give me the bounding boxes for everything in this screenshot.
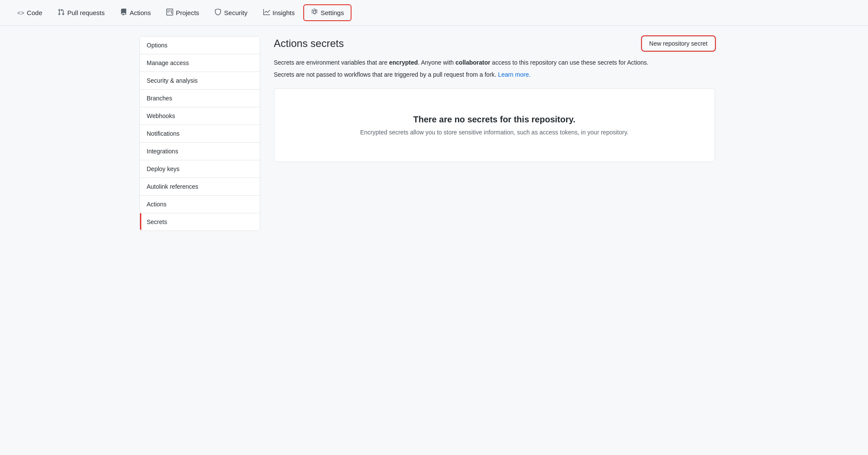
learn-more-link[interactable]: Learn more. <box>498 71 530 78</box>
description-fork-text: Secrets are not passed to workflows that… <box>274 71 497 78</box>
content-header: Actions secrets New repository secret <box>274 36 715 51</box>
code-icon: <> <box>17 9 24 16</box>
nav-actions-label: Actions <box>130 9 151 16</box>
description-after-bold2: access to this repository can use these … <box>490 59 648 66</box>
actions-icon <box>120 9 127 17</box>
sidebar-item-secrets[interactable]: Secrets <box>140 213 260 231</box>
security-icon <box>215 9 221 17</box>
sidebar-item-options[interactable]: Options <box>140 37 260 54</box>
sidebar-item-webhooks-label: Webhooks <box>147 112 175 119</box>
sidebar-item-integrations-label: Integrations <box>147 148 178 155</box>
sidebar-item-options-label: Options <box>147 42 168 49</box>
sidebar-item-autolink-references-label: Autolink references <box>147 183 199 190</box>
top-nav: <> Code Pull requests Actions Projects <box>0 0 868 26</box>
nav-insights[interactable]: Insights <box>256 5 302 20</box>
main-content: Actions secrets New repository secret Se… <box>260 36 729 231</box>
new-repository-secret-button[interactable]: New repository secret <box>642 36 715 51</box>
nav-settings-label: Settings <box>320 9 344 16</box>
nav-projects[interactable]: Projects <box>159 5 206 20</box>
sidebar-item-manage-access-label: Manage access <box>147 59 189 66</box>
sidebar-item-actions[interactable]: Actions <box>140 196 260 213</box>
nav-security[interactable]: Security <box>208 5 254 20</box>
sidebar-item-branches-label: Branches <box>147 95 172 102</box>
sidebar-item-notifications[interactable]: Notifications <box>140 125 260 143</box>
description-middle: . Anyone with <box>418 59 455 66</box>
description-line2: Secrets are not passed to workflows that… <box>274 70 715 79</box>
sidebar-item-secrets-label: Secrets <box>147 218 167 225</box>
nav-code-label: Code <box>27 9 42 16</box>
description-block: Secrets are environment variables that a… <box>274 58 715 80</box>
insights-icon <box>263 9 270 17</box>
empty-box-description: Encrypted secrets allow you to store sen… <box>283 129 706 136</box>
projects-icon <box>166 9 173 17</box>
description-bold1: encrypted <box>389 59 418 66</box>
empty-secrets-box: There are no secrets for this repository… <box>274 88 715 162</box>
sidebar-item-security-analysis[interactable]: Security & analysis <box>140 72 260 90</box>
description-before-bold1: Secrets are environment variables that a… <box>274 59 389 66</box>
nav-security-label: Security <box>224 9 247 16</box>
empty-box-title: There are no secrets for this repository… <box>283 115 706 125</box>
nav-actions[interactable]: Actions <box>113 5 158 20</box>
nav-code[interactable]: <> Code <box>10 6 49 20</box>
sidebar-item-notifications-label: Notifications <box>147 130 180 137</box>
nav-projects-label: Projects <box>176 9 199 16</box>
sidebar-item-actions-label: Actions <box>147 201 167 208</box>
nav-pull-requests-label: Pull requests <box>67 9 105 16</box>
sidebar-item-integrations[interactable]: Integrations <box>140 143 260 160</box>
nav-settings[interactable]: Settings <box>303 4 352 21</box>
sidebar: Options Manage access Security & analysi… <box>140 36 260 231</box>
sidebar-item-webhooks[interactable]: Webhooks <box>140 107 260 125</box>
description-bold2: collaborator <box>455 59 490 66</box>
sidebar-item-autolink-references[interactable]: Autolink references <box>140 178 260 196</box>
sidebar-item-security-analysis-label: Security & analysis <box>147 77 198 84</box>
settings-icon <box>311 9 318 17</box>
page-title: Actions secrets <box>274 37 344 50</box>
sidebar-item-deploy-keys-label: Deploy keys <box>147 165 180 172</box>
sidebar-item-branches[interactable]: Branches <box>140 90 260 107</box>
description-line1: Secrets are environment variables that a… <box>274 58 715 67</box>
nav-pull-requests[interactable]: Pull requests <box>51 5 112 20</box>
nav-insights-label: Insights <box>273 9 295 16</box>
page-layout: Options Manage access Security & analysi… <box>133 26 736 241</box>
sidebar-item-deploy-keys[interactable]: Deploy keys <box>140 160 260 178</box>
sidebar-item-manage-access[interactable]: Manage access <box>140 54 260 72</box>
pull-requests-icon <box>58 9 65 17</box>
